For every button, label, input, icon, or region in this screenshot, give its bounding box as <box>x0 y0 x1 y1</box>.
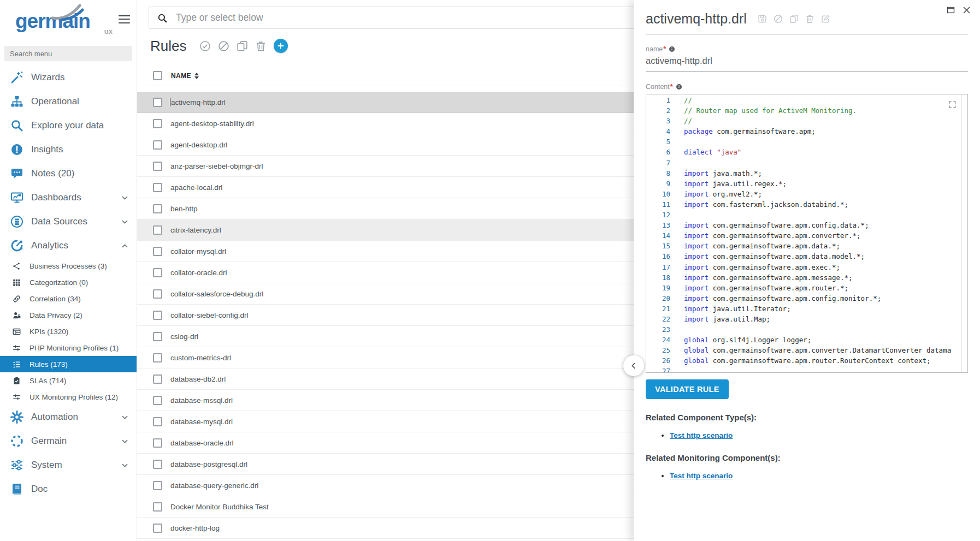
sidebar-item-dashboards[interactable]: Dashboards <box>0 186 137 210</box>
sidebar-item-correlation[interactable]: Correlation (34) <box>0 290 137 307</box>
edit-button[interactable] <box>821 14 830 23</box>
sidebar-search-input[interactable] <box>4 46 132 61</box>
row-checkbox[interactable] <box>153 438 162 448</box>
row-checkbox[interactable] <box>153 162 162 171</box>
search-icon <box>157 13 167 23</box>
related-component-types-list: Test http scenario <box>646 431 968 439</box>
related-monitoring-components-list: Test http scenario <box>646 472 968 480</box>
chevron-down-icon <box>121 461 129 469</box>
related-component-link[interactable]: Test http scenario <box>670 431 733 439</box>
rule-name: collator-salesforce-debug.drl <box>170 290 263 298</box>
row-checkbox[interactable] <box>153 183 162 192</box>
sidebar-item-operational[interactable]: Operational <box>0 90 137 114</box>
delete-button[interactable] <box>255 40 267 52</box>
row-checkbox[interactable] <box>153 247 162 256</box>
duplicate-button[interactable] <box>237 40 248 52</box>
sidebar-item-germain[interactable]: Germain <box>0 429 137 453</box>
title-divider <box>646 34 968 35</box>
magic-wand-icon <box>10 70 24 85</box>
row-checkbox[interactable] <box>153 332 162 341</box>
sidebar-item-business-processes[interactable]: Business Processes (3) <box>0 258 137 274</box>
rule-name: apache-local.drl <box>170 183 222 192</box>
edit-icon <box>821 14 830 23</box>
row-checkbox[interactable] <box>153 119 162 128</box>
list-item: Test http scenario <box>670 472 968 480</box>
logo-sub-text: ux <box>104 27 113 35</box>
sidebar-item-notes[interactable]: Notes (20) <box>0 162 137 186</box>
collapse-panel-button[interactable] <box>623 355 644 376</box>
related-monitoring-link[interactable]: Test http scenario <box>670 472 733 480</box>
comment-icon <box>10 167 24 181</box>
panel-window-controls <box>946 5 971 15</box>
app-root: germain ux Wizards <box>0 0 980 541</box>
sidebar-item-explore-your-data[interactable]: Explore your data <box>0 114 137 138</box>
sidebar-item-slas[interactable]: SLAs (714) <box>0 372 137 389</box>
hamburger-menu-icon[interactable] <box>119 15 130 26</box>
plus-icon <box>277 42 285 50</box>
row-checkbox[interactable] <box>153 98 162 107</box>
row-checkbox[interactable] <box>153 396 162 405</box>
sidebar-item-categorization[interactable]: Categorization (0) <box>0 274 137 290</box>
book-icon <box>10 482 24 496</box>
row-checkbox[interactable] <box>153 502 162 512</box>
rule-name: agent-desktop-stability.drl <box>170 120 254 128</box>
row-checkbox[interactable] <box>153 225 162 235</box>
check-circle-button[interactable] <box>199 40 211 52</box>
row-checkbox[interactable] <box>153 268 162 277</box>
sidebar-item-insights[interactable]: Insights <box>0 138 137 162</box>
sliders-icon <box>12 393 21 401</box>
row-checkbox[interactable] <box>153 353 162 362</box>
name-column-header[interactable]: NAME <box>171 72 191 80</box>
name-field-input[interactable]: activemq-http.drl <box>646 56 968 72</box>
rule-name: anz-parser-siebel-objmgr-drl <box>170 162 263 170</box>
chevron-down-icon <box>121 242 129 250</box>
sidebar-item-label: Automation <box>31 412 78 423</box>
maximize-panel-button[interactable] <box>946 5 955 15</box>
window-icon <box>946 5 955 15</box>
chevron-down-icon <box>121 437 129 445</box>
sidebar-item-label: Data Privacy (2) <box>29 311 82 319</box>
sidebar-item-label: SLAs (714) <box>29 377 67 385</box>
sliders-icon <box>12 343 21 352</box>
sidebar-item-ux-monitoring-profiles[interactable]: UX Monitoring Profiles (12) <box>0 389 137 405</box>
sidebar-item-analytics[interactable]: Analytics <box>0 234 137 258</box>
row-checkbox[interactable] <box>153 481 162 490</box>
sidebar-item-label: Business Processes (3) <box>29 262 107 270</box>
code-editor[interactable]: 1//2// Router map used for ActiveM Monit… <box>646 94 968 373</box>
rule-name: database-query-generic.drl <box>170 481 258 490</box>
close-panel-button[interactable] <box>962 5 971 15</box>
row-checkbox[interactable] <box>153 289 162 299</box>
row-checkbox[interactable] <box>153 140 162 150</box>
save-button[interactable] <box>758 14 767 23</box>
sidebar-item-data-sources[interactable]: Data Sources <box>0 210 137 234</box>
delete-button[interactable] <box>805 14 814 23</box>
row-checkbox[interactable] <box>153 204 162 213</box>
sidebar-item-automation[interactable]: Automation <box>0 405 137 429</box>
row-checkbox[interactable] <box>153 374 162 384</box>
sidebar-item-data-privacy[interactable]: Data Privacy (2) <box>0 307 137 323</box>
sidebar-item-rules[interactable]: Rules (173) <box>0 356 137 372</box>
disable-button[interactable] <box>218 40 229 52</box>
sidebar-item-wizards[interactable]: Wizards <box>0 66 137 90</box>
sidebar-item-label: UX Monitoring Profiles (12) <box>29 393 118 401</box>
row-checkbox[interactable] <box>153 524 162 533</box>
sidebar-item-kpis[interactable]: KPIs (1320) <box>0 323 137 340</box>
sidebar-item-system[interactable]: System <box>0 453 137 477</box>
duplicate-button[interactable] <box>789 14 799 23</box>
rules-search-input[interactable] <box>175 11 559 24</box>
sidebar-item-label: Wizards <box>31 72 64 83</box>
rule-name: Docker Monitor Buddhika Test <box>170 503 269 511</box>
select-all-checkbox[interactable] <box>153 71 162 80</box>
fullscreen-editor-button[interactable] <box>948 100 957 109</box>
sidebar-item-php-monitoring-profiles[interactable]: PHP Monitoring Profiles (1) <box>0 340 137 356</box>
add-rule-button[interactable] <box>274 39 288 53</box>
text-cursor <box>170 98 170 106</box>
row-checkbox[interactable] <box>153 417 162 426</box>
disable-button[interactable] <box>774 14 783 23</box>
rule-name: database-db2.drl <box>170 375 226 383</box>
row-checkbox[interactable] <box>153 460 162 469</box>
validate-rule-button[interactable]: VALIDATE RULE <box>646 379 729 399</box>
sidebar-item-doc[interactable]: Doc <box>0 477 137 501</box>
editor-scrollbar[interactable] <box>961 94 962 372</box>
row-checkbox[interactable] <box>153 311 162 320</box>
